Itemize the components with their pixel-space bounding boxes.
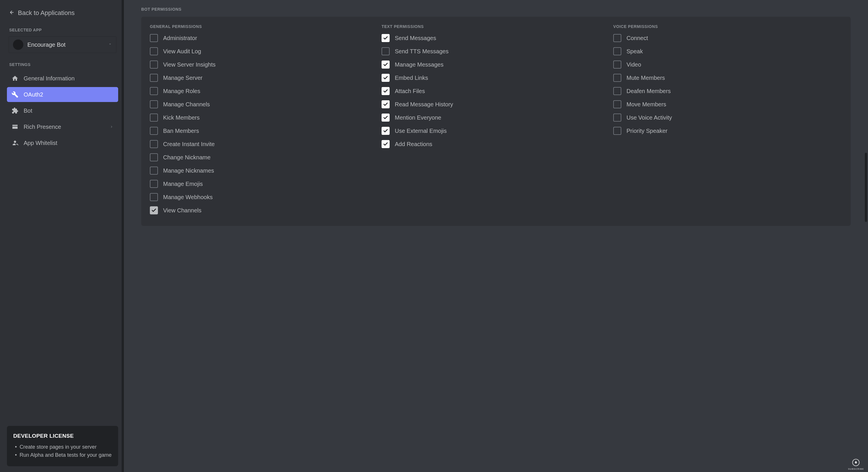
main-content: BOT PERMISSIONS GENERAL PERMISSIONSAdmin… xyxy=(124,0,868,472)
permission-row[interactable]: Create Instant Invite xyxy=(150,140,379,148)
sidebar-item-general[interactable]: General Information xyxy=(7,71,118,86)
permission-row[interactable]: Manage Roles xyxy=(150,87,379,95)
permission-row[interactable]: View Channels xyxy=(150,206,379,214)
permission-label: Ban Members xyxy=(163,128,199,134)
permission-label: Manage Server xyxy=(163,75,203,81)
back-to-applications-link[interactable]: Back to Applications xyxy=(7,6,118,21)
permission-checkbox[interactable] xyxy=(150,193,158,201)
permission-checkbox[interactable] xyxy=(381,34,390,42)
app-avatar xyxy=(13,39,23,50)
permission-checkbox[interactable] xyxy=(381,127,390,135)
permission-checkbox[interactable] xyxy=(150,61,158,69)
permission-row[interactable]: Send Messages xyxy=(381,34,610,42)
permission-row[interactable]: View Audit Log xyxy=(150,47,379,55)
permission-row[interactable]: Priority Speaker xyxy=(613,127,842,135)
permission-row[interactable]: Ban Members xyxy=(150,127,379,135)
sidebar-item-label: App Whitelist xyxy=(24,140,57,146)
permission-checkbox[interactable] xyxy=(613,61,621,69)
permissions-list: Send MessagesSend TTS MessagesManage Mes… xyxy=(381,34,610,148)
permission-checkbox[interactable] xyxy=(150,166,158,175)
permission-row[interactable]: Change Nickname xyxy=(150,153,379,161)
permission-row[interactable]: Speak xyxy=(613,47,842,55)
permission-row[interactable]: Attach Files xyxy=(381,87,610,95)
permission-checkbox[interactable] xyxy=(613,34,621,42)
permission-label: Embed Links xyxy=(395,75,428,81)
permission-checkbox[interactable] xyxy=(150,180,158,188)
permission-row[interactable]: Use External Emojis xyxy=(381,127,610,135)
permission-checkbox[interactable] xyxy=(150,87,158,95)
selected-app-dropdown[interactable]: Encourage Bot xyxy=(9,36,117,53)
permission-checkbox[interactable] xyxy=(150,153,158,161)
selected-app-heading: SELECTED APP xyxy=(7,21,118,35)
app-root: Back to Applications SELECTED APP Encour… xyxy=(0,0,868,472)
permission-checkbox[interactable] xyxy=(613,47,621,55)
sidebar-item-label: OAuth2 xyxy=(24,91,43,98)
permission-checkbox[interactable] xyxy=(381,87,390,95)
permission-checkbox[interactable] xyxy=(381,61,390,69)
permission-label: Administrator xyxy=(163,35,197,41)
permission-checkbox[interactable] xyxy=(613,100,621,108)
permission-row[interactable]: Video xyxy=(613,61,842,69)
sidebar-item-whitelist[interactable]: App Whitelist xyxy=(7,135,118,150)
permission-checkbox[interactable] xyxy=(381,74,390,82)
permission-row[interactable]: Manage Server xyxy=(150,74,379,82)
permission-row[interactable]: Send TTS Messages xyxy=(381,47,610,55)
permission-checkbox[interactable] xyxy=(150,114,158,122)
permission-checkbox[interactable] xyxy=(381,114,390,122)
permission-label: Manage Channels xyxy=(163,101,210,108)
developer-license-bullet: Run Alpha and Beta tests for your game xyxy=(15,451,112,459)
permission-checkbox[interactable] xyxy=(613,127,621,135)
permission-label: Manage Webhooks xyxy=(163,194,213,200)
permission-checkbox[interactable] xyxy=(150,140,158,148)
permission-checkbox[interactable] xyxy=(150,127,158,135)
permission-label: Manage Emojis xyxy=(163,181,203,187)
permission-row[interactable]: Kick Members xyxy=(150,114,379,122)
permission-row[interactable]: Use Voice Activity xyxy=(613,114,842,122)
permission-checkbox[interactable] xyxy=(150,206,158,214)
permission-checkbox[interactable] xyxy=(381,140,390,148)
oauth2-icon xyxy=(11,91,19,98)
permission-row[interactable]: Mention Everyone xyxy=(381,114,610,122)
sidebar: Back to Applications SELECTED APP Encour… xyxy=(0,0,124,472)
permission-checkbox[interactable] xyxy=(381,100,390,108)
permission-row[interactable]: Manage Emojis xyxy=(150,180,379,188)
permission-row[interactable]: Manage Webhooks xyxy=(150,193,379,201)
permission-row[interactable]: Embed Links xyxy=(381,74,610,82)
permission-checkbox[interactable] xyxy=(150,47,158,55)
permission-row[interactable]: Manage Messages xyxy=(381,61,610,69)
permission-checkbox[interactable] xyxy=(613,74,621,82)
permission-row[interactable]: Administrator xyxy=(150,34,379,42)
sidebar-item-label: General Information xyxy=(24,75,75,82)
permission-checkbox[interactable] xyxy=(613,87,621,95)
permission-row[interactable]: Read Message History xyxy=(381,100,610,108)
permission-row[interactable]: View Server Insights xyxy=(150,61,379,69)
developer-license-list: Create store pages in your serverRun Alp… xyxy=(13,443,112,459)
permissions-list: ConnectSpeakVideoMute MembersDeafen Memb… xyxy=(613,34,842,135)
permission-row[interactable]: Mute Members xyxy=(613,74,842,82)
sidebar-item-bot[interactable]: Bot xyxy=(7,103,118,118)
permission-row[interactable]: Connect xyxy=(613,34,842,42)
permission-row[interactable]: Add Reactions xyxy=(381,140,610,148)
caret-down-icon xyxy=(108,42,112,47)
permission-row[interactable]: Deafen Members xyxy=(613,87,842,95)
sidebar-item-oauth2[interactable]: OAuth2 xyxy=(7,87,118,102)
permission-label: Move Members xyxy=(626,101,666,108)
permission-label: View Audit Log xyxy=(163,48,201,55)
permission-label: Create Instant Invite xyxy=(163,141,215,148)
permission-label: Connect xyxy=(626,35,648,41)
permission-label: Mention Everyone xyxy=(395,115,441,121)
permission-row[interactable]: Manage Nicknames xyxy=(150,166,379,175)
permissions-column: VOICE PERMISSIONSConnectSpeakVideoMute M… xyxy=(613,24,842,214)
permission-row[interactable]: Manage Channels xyxy=(150,100,379,108)
permission-checkbox[interactable] xyxy=(150,74,158,82)
permission-checkbox[interactable] xyxy=(150,34,158,42)
subscribe-badge[interactable]: SUBSCRIBE xyxy=(848,459,864,470)
permission-checkbox[interactable] xyxy=(150,100,158,108)
permission-row[interactable]: Move Members xyxy=(613,100,842,108)
sidebar-item-rich[interactable]: Rich Presence xyxy=(7,119,118,134)
permission-label: View Server Insights xyxy=(163,61,216,68)
scrollbar-thumb[interactable] xyxy=(865,153,867,222)
permission-label: Change Nickname xyxy=(163,154,211,161)
permission-checkbox[interactable] xyxy=(613,114,621,122)
permission-checkbox[interactable] xyxy=(381,47,390,55)
